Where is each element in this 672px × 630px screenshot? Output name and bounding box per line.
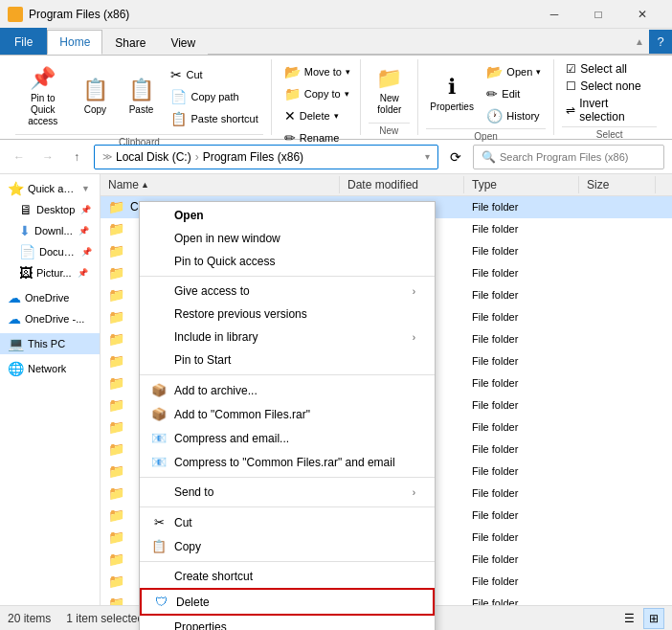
ctx-item-delete[interactable]: 🛡Delete [140, 588, 435, 616]
pin-to-quick-access-button[interactable]: 📌 Pin to Quickaccess [15, 61, 70, 132]
ctx-item-pin-start[interactable]: Pin to Start [140, 349, 435, 371]
col-header-size[interactable]: Size [579, 176, 656, 193]
ctx-item-give-access[interactable]: Give access to› [140, 280, 435, 303]
copy-button[interactable]: 📋 Copy [74, 73, 116, 121]
delete-button[interactable]: ✕ Delete ▾ [280, 105, 355, 126]
ctx-item-pin-quick-access[interactable]: Pin to Quick access [140, 250, 435, 273]
properties-button[interactable]: ℹ Properties [426, 70, 479, 118]
ctx-arrow-send-to: › [413, 487, 415, 498]
sidebar-item-quick-access[interactable]: ⭐ Quick acce... ▼ [0, 178, 100, 199]
folder-icon: 📁 [108, 353, 124, 369]
folder-icon: 📁 [108, 507, 124, 523]
sidebar-item-this-pc[interactable]: 💻 This PC [0, 333, 100, 354]
new-folder-icon: 📁 [376, 66, 402, 91]
ribbon-group-new: 📁 Newfolder New [361, 59, 418, 135]
invert-selection-button[interactable]: ⇌ Invert selection [562, 96, 657, 124]
cut-button[interactable]: ✂ Cut [166, 64, 262, 85]
minimize-button[interactable]: ─ [532, 0, 576, 29]
ctx-item-compress-rar-email[interactable]: 📧Compress to "Common Files.rar" and emai… [140, 450, 435, 474]
sidebar-item-documents[interactable]: 📄 Docum... 📌 [0, 241, 100, 262]
file-cell-type: File folder [464, 309, 579, 325]
up-button[interactable]: ↑ [65, 146, 88, 169]
close-button[interactable]: ✕ [620, 0, 664, 29]
folder-icon: 📁 [108, 375, 124, 391]
tab-file[interactable]: File [0, 28, 47, 55]
sidebar-item-pictures[interactable]: 🖼 Pictur... 📌 [0, 262, 100, 283]
view-large-icons-button[interactable]: ⊞ [643, 608, 664, 629]
col-header-date[interactable]: Date modified [340, 176, 464, 193]
select-all-button[interactable]: ☑ Select all [562, 61, 657, 77]
select-none-button[interactable]: ☐ Select none [562, 79, 657, 94]
tab-home[interactable]: Home [47, 30, 102, 55]
sidebar-item-onedrive2[interactable]: ☁ OneDrive -... [0, 308, 100, 329]
move-to-button[interactable]: 📂 Move to ▾ [280, 61, 355, 82]
file-cell-size [579, 381, 656, 385]
folder-icon: 📁 [108, 397, 124, 413]
ctx-item-properties[interactable]: Properties [140, 616, 435, 630]
ctx-item-add-common-rar[interactable]: 📦Add to "Common Files.rar" [140, 402, 435, 426]
select-label: Select [562, 126, 657, 140]
file-cell-type: File folder [464, 529, 579, 545]
copy-to-button[interactable]: 📁 Copy to ▾ [280, 83, 355, 104]
context-menu-separator [140, 561, 435, 562]
folder-icon: 📁 [108, 485, 124, 501]
help-button[interactable]: ? [649, 30, 672, 55]
tab-share[interactable]: Share [102, 30, 158, 55]
copy-path-icon: 📄 [170, 89, 187, 104]
file-cell-size [579, 535, 656, 539]
desktop-icon: 🖥 [19, 202, 33, 217]
ctx-item-add-archive[interactable]: 📦Add to archive... [140, 378, 435, 402]
title-bar: Program Files (x86) ─ □ ✕ [0, 0, 672, 29]
file-cell-type: File folder [464, 331, 579, 347]
ctx-item-open[interactable]: Open [140, 204, 435, 227]
tab-view[interactable]: View [158, 30, 208, 55]
sidebar-item-onedrive[interactable]: ☁ OneDrive [0, 287, 100, 308]
ctx-label-pin-quick-access: Pin to Quick access [174, 255, 415, 268]
back-button[interactable]: ← [8, 146, 31, 169]
file-cell-type: File folder [464, 441, 579, 457]
forward-button[interactable]: → [36, 146, 59, 169]
ctx-label-compress-rar-email: Compress to "Common Files.rar" and email [174, 456, 415, 469]
ctx-icon-compress-email: 📧 [151, 431, 167, 445]
sidebar-item-desktop[interactable]: 🖥 Desktop 📌 [0, 199, 100, 220]
sidebar-item-network[interactable]: 🌐 Network [0, 358, 100, 379]
context-menu-separator [140, 276, 435, 277]
search-icon: 🔍 [482, 150, 496, 164]
ctx-item-copy[interactable]: 📋Copy [140, 534, 435, 558]
open-btn[interactable]: 📂 Open ▾ [482, 61, 546, 82]
address-dropdown-arrow[interactable]: ▾ [425, 151, 430, 162]
ctx-label-compress-email: Compress and email... [174, 432, 415, 445]
maximize-button[interactable]: □ [576, 0, 620, 29]
ribbon-collapse-btn[interactable]: ▲ [630, 30, 649, 55]
file-cell-size [579, 557, 656, 561]
col-header-name[interactable]: Name ▲ [101, 176, 340, 193]
copy-path-button[interactable]: 📄 Copy path [166, 86, 262, 107]
refresh-button[interactable]: ⟳ [444, 146, 467, 169]
paste-button[interactable]: 📋 Paste [120, 73, 162, 121]
ctx-item-cut[interactable]: ✂Cut [140, 510, 435, 534]
search-input[interactable] [500, 151, 656, 163]
search-box[interactable]: 🔍 [473, 145, 664, 169]
ctx-label-copy: Copy [174, 540, 415, 553]
open-label: Open [426, 128, 546, 142]
history-btn[interactable]: 🕐 History [482, 105, 546, 126]
ctx-item-send-to[interactable]: Send to› [140, 481, 435, 504]
ctx-arrow-include-library: › [413, 332, 415, 343]
ctx-item-create-shortcut[interactable]: Create shortcut [140, 565, 435, 588]
context-menu-separator [140, 374, 435, 375]
ctx-item-include-library[interactable]: Include in library› [140, 326, 435, 349]
ctx-item-open-new-window[interactable]: Open in new window [140, 227, 435, 250]
address-path[interactable]: ≫ Local Disk (C:) › Program Files (x86) … [94, 145, 438, 169]
new-folder-button[interactable]: 📁 Newfolder [369, 61, 411, 121]
col-header-type[interactable]: Type [464, 176, 579, 193]
sidebar-item-downloads[interactable]: ⬇ Downl... 📌 [0, 220, 100, 241]
edit-btn[interactable]: ✏ Edit [482, 83, 546, 104]
file-cell-type: File folder [464, 353, 579, 369]
folder-icon: 📁 [108, 309, 124, 325]
ctx-item-compress-email[interactable]: 📧Compress and email... [140, 426, 435, 450]
paste-icon: 📋 [128, 78, 154, 102]
view-details-button[interactable]: ☰ [618, 608, 639, 629]
ctx-item-restore-versions[interactable]: Restore previous versions [140, 303, 435, 326]
ctx-label-give-access: Give access to [174, 284, 405, 298]
paste-shortcut-button[interactable]: 📋 Paste shortcut [166, 108, 262, 129]
